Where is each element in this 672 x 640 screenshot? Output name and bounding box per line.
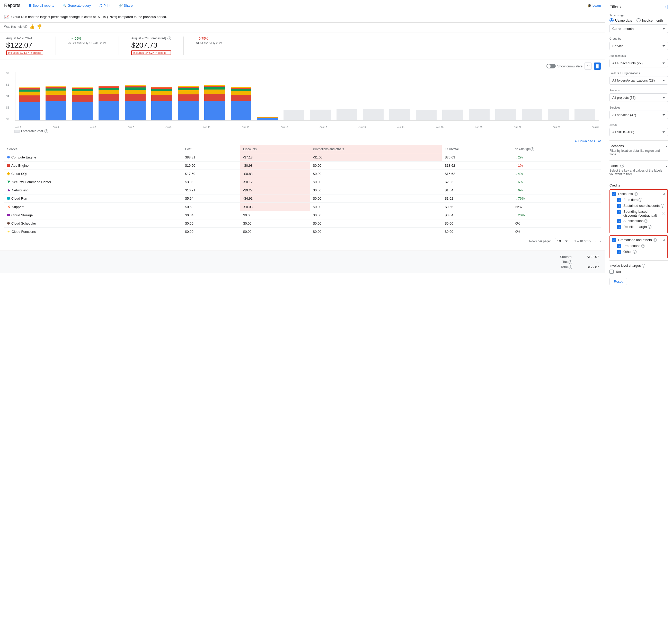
free-tiers-checkbox[interactable] bbox=[617, 198, 621, 202]
download-icon: ⬇ bbox=[574, 139, 577, 143]
sustained-use-checkbox-item[interactable]: Sustained use discounts ? bbox=[612, 204, 665, 208]
cell-discounts: -$9.27 bbox=[240, 186, 310, 194]
services-select[interactable]: All services (47) bbox=[610, 111, 668, 119]
bar-group bbox=[122, 72, 148, 120]
forecast-label-help[interactable]: ? bbox=[44, 129, 48, 133]
subscriptions-checkbox[interactable] bbox=[617, 219, 621, 223]
reset-btn[interactable]: Reset bbox=[610, 278, 627, 285]
table-actions: ⬇ Download CSV bbox=[4, 137, 601, 145]
subscriptions-checkbox-item[interactable]: Subscriptions ? bbox=[612, 219, 665, 223]
change-help-icon[interactable]: ? bbox=[530, 147, 534, 151]
show-cumulative-label: Show cumulative bbox=[557, 64, 583, 68]
promotions-checkbox[interactable] bbox=[617, 244, 621, 248]
tax-checkbox[interactable] bbox=[610, 270, 614, 274]
promotions-and-others-checkbox[interactable] bbox=[612, 238, 616, 242]
other-help-icon[interactable]: ? bbox=[633, 250, 637, 253]
sustained-use-checkbox[interactable] bbox=[617, 204, 621, 208]
discounts-checkbox[interactable] bbox=[612, 192, 616, 196]
cell-discounts: $0.00 bbox=[240, 219, 310, 228]
skus-section: SKUs All SKUs (408) bbox=[610, 123, 668, 136]
promotions-help-icon[interactable]: ? bbox=[641, 244, 645, 248]
usage-date-radio[interactable]: Usage date bbox=[610, 18, 632, 23]
cell-service: Cloud Storage bbox=[4, 211, 182, 219]
table-row: Cloud SQL $17.50 -$0.88 $0.00 $16.62 ↓ 4… bbox=[4, 170, 601, 178]
skus-select[interactable]: All SKUs (408) bbox=[610, 128, 668, 136]
show-cumulative-toggle[interactable]: Show cumulative bbox=[546, 64, 583, 69]
other-checkbox-item[interactable]: Other ? bbox=[612, 250, 665, 254]
stat-credit-2: includes -$43.27 in credits bbox=[131, 50, 171, 55]
filters-collapse-btn[interactable]: ›| bbox=[665, 4, 668, 10]
discounts-help-icon[interactable]: ? bbox=[634, 192, 638, 196]
reseller-margin-label: Reseller margin bbox=[623, 225, 647, 229]
free-tiers-help-icon[interactable]: ? bbox=[639, 198, 642, 202]
spending-based-label-row: Spending based discounts (contractual) ? bbox=[623, 210, 665, 217]
prev-page-btn[interactable]: ‹ bbox=[595, 239, 596, 243]
free-tiers-checkbox-item[interactable]: Free tiers ? bbox=[612, 198, 665, 202]
spending-based-checkbox[interactable] bbox=[617, 210, 621, 214]
see-all-reports-btn[interactable]: ☰ See all reports bbox=[27, 3, 56, 9]
group-by-select[interactable]: Service bbox=[610, 42, 668, 50]
invoice-month-radio[interactable]: Invoice month bbox=[637, 18, 663, 23]
subaccounts-select[interactable]: All subaccounts (27) bbox=[610, 59, 668, 68]
reseller-margin-checkbox[interactable] bbox=[617, 225, 621, 229]
chart-inner bbox=[15, 72, 599, 121]
tax-help-icon[interactable]: ? bbox=[569, 260, 572, 264]
learn-btn[interactable]: 🎓 Learn bbox=[587, 4, 601, 8]
subscriptions-help-icon[interactable]: ? bbox=[644, 219, 648, 223]
cell-service: Cloud Scheduler bbox=[4, 219, 182, 228]
spending-based-checkbox-item[interactable]: Spending based discounts (contractual) ? bbox=[612, 210, 665, 217]
total-help-icon[interactable]: ? bbox=[569, 265, 572, 269]
folders-orgs-select[interactable]: All folders/organizations (28) bbox=[610, 76, 668, 85]
stat-amount-1: $122.07 bbox=[6, 41, 43, 49]
reseller-margin-help-icon[interactable]: ? bbox=[648, 225, 652, 229]
chart-controls: Show cumulative 〜 ▐▌ bbox=[4, 62, 601, 70]
cell-promos: $0.00 bbox=[310, 203, 442, 211]
tax-checkbox-item[interactable]: Tax bbox=[610, 270, 668, 274]
invoice-month-radio-circle[interactable] bbox=[637, 18, 641, 23]
discounts-checkbox-item[interactable]: Discounts ? ∧ bbox=[612, 192, 665, 196]
credits-section: Credits Discounts ? ∧ Free tiers ? bbox=[610, 180, 668, 258]
cell-change: ↓ 76% bbox=[512, 194, 601, 203]
usage-date-radio-circle[interactable] bbox=[610, 18, 614, 23]
bar-group bbox=[228, 72, 254, 120]
cell-discounts: $0.00 bbox=[240, 211, 310, 219]
line-chart-btn[interactable]: 〜 bbox=[585, 62, 592, 70]
labels-help-icon[interactable]: ? bbox=[620, 164, 624, 168]
promotions-and-others-help-icon[interactable]: ? bbox=[653, 238, 657, 242]
cell-promos: $0.00 bbox=[310, 219, 442, 228]
table-row: Compute Engine $88.81 -$7.18 -$1.00 $80.… bbox=[4, 153, 601, 162]
cell-discounts: $0.00 bbox=[240, 228, 310, 236]
share-btn[interactable]: 🔗 Share bbox=[117, 3, 135, 9]
invoice-charges-section: Invoice level charges ? Tax Reset bbox=[610, 260, 668, 285]
current-month-select[interactable]: Current month bbox=[610, 25, 668, 33]
labels-header[interactable]: Labels ? ∨ bbox=[610, 164, 668, 168]
cell-service: Cloud Run bbox=[4, 194, 182, 203]
other-checkbox[interactable] bbox=[617, 250, 621, 254]
spending-based-help-icon[interactable]: ? bbox=[662, 212, 665, 215]
reseller-margin-checkbox-item[interactable]: Reseller margin ? bbox=[612, 225, 665, 229]
cell-subtotal: $2.93 bbox=[442, 178, 512, 186]
invoice-level-charges-help-icon[interactable]: ? bbox=[642, 264, 645, 267]
download-csv-btn[interactable]: ⬇ Download CSV bbox=[574, 139, 601, 143]
subtotal-label: Subtotal bbox=[560, 255, 572, 259]
bar-group bbox=[149, 72, 175, 120]
promotions-and-others-checkbox-item[interactable]: Promotions and others ? ∧ bbox=[612, 238, 665, 242]
bar-chart-btn[interactable]: ▐▌ bbox=[594, 62, 601, 70]
locations-header[interactable]: Locations ∨ bbox=[610, 144, 668, 148]
generate-query-btn[interactable]: 🔍 Generate query bbox=[60, 3, 93, 9]
bar-group bbox=[281, 72, 307, 120]
next-page-btn[interactable]: › bbox=[600, 239, 601, 243]
forecast-help-icon[interactable]: ? bbox=[167, 37, 171, 40]
forecasted-cost-label: Forecasted cost bbox=[21, 129, 43, 133]
rows-per-page-select[interactable]: 10 25 50 bbox=[555, 238, 570, 244]
print-btn[interactable]: 🖨 Print bbox=[97, 3, 113, 9]
list-icon: ☰ bbox=[29, 4, 32, 8]
cell-cost: $17.50 bbox=[182, 170, 240, 178]
promotions-checkbox-item[interactable]: Promotions ? bbox=[612, 244, 665, 248]
projects-select[interactable]: All projects (55) bbox=[610, 93, 668, 102]
thumbs-down-btn[interactable]: 👎 bbox=[37, 24, 42, 29]
sustained-use-help-icon[interactable]: ? bbox=[661, 204, 664, 207]
folders-orgs-section: Folders & Organizations All folders/orga… bbox=[610, 72, 668, 85]
toggle-switch[interactable] bbox=[546, 64, 556, 69]
thumbs-up-btn[interactable]: 👍 bbox=[30, 24, 35, 29]
